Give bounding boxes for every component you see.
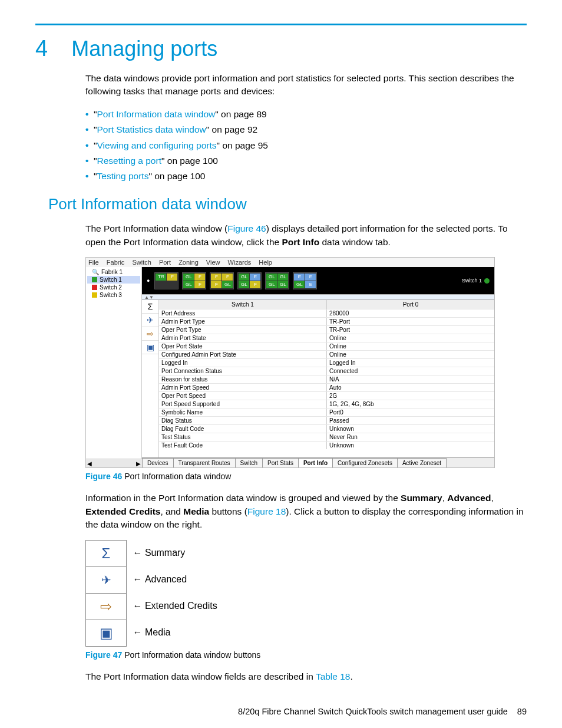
field-name: Oper Port Speed [159, 392, 327, 400]
menu-item[interactable]: Port [159, 259, 171, 266]
port-slot[interactable]: F [194, 281, 205, 288]
button-legend-figure: Σ ✈ ⇨ ▣ Summary Advanced Extended Credit… [35, 540, 527, 647]
figure-ref-link[interactable]: Figure 46 [227, 223, 266, 233]
field-name: Admin Port Type [159, 318, 327, 325]
table-ref-link[interactable]: Table 18 [316, 671, 351, 681]
port-slot[interactable]: GL [277, 274, 288, 281]
tab-port-stats[interactable]: Port Stats [262, 458, 299, 467]
fabric-tree: 🔍Fabrik 1 Switch 1 Switch 2 Switch 3 [86, 267, 142, 459]
figure-caption: Figure 46 Port Information data window [85, 472, 527, 481]
toc-link[interactable]: Port Information data window [97, 109, 216, 119]
toc-item: "Resetting a port" on page 100 [95, 153, 527, 169]
link-list: "Port Information data window" on page 8… [85, 107, 527, 185]
field-value: Never Run [327, 433, 494, 441]
menu-item[interactable]: Fabric [107, 259, 125, 266]
field-name: Port Connection Status [159, 367, 327, 375]
port-slot[interactable]: F [194, 274, 205, 281]
tab-switch[interactable]: Switch [235, 458, 263, 467]
label-summary: Summary [133, 548, 217, 558]
port-slot[interactable]: TR [156, 274, 166, 281]
toc-link[interactable]: Viewing and configuring ports [97, 140, 217, 150]
splitter[interactable]: ▲▼ [142, 294, 494, 300]
port-slot[interactable]: F [211, 281, 222, 288]
field-name: Diag Status [159, 417, 327, 424]
menu-item[interactable]: Zoning [178, 259, 199, 266]
extended-credits-button[interactable]: ⇨ [142, 327, 158, 341]
field-name: Symbolic Name [159, 409, 327, 416]
label-advanced: Advanced [133, 574, 217, 585]
tree-switch[interactable]: Switch 1 [87, 276, 140, 284]
power-icon: ● [147, 278, 150, 284]
toc-link[interactable]: Testing ports [97, 171, 149, 181]
port-slot[interactable]: F [222, 274, 233, 281]
port-slot[interactable]: F [250, 281, 260, 288]
button-labels: Summary Advanced Extended Credits Media [133, 540, 217, 646]
toc-link[interactable]: Resetting a port [97, 156, 161, 166]
app-screenshot: File Fabric Switch Port Zoning View Wiza… [85, 257, 495, 468]
field-value: Online [327, 342, 494, 350]
port-group: GLGLGLGL [265, 272, 289, 289]
media-button[interactable]: ▣ [86, 620, 126, 646]
extended-credits-button[interactable]: ⇨ [86, 594, 126, 620]
summary-button[interactable]: Σ [86, 541, 126, 567]
toc-item: "Port Information data window" on page 8… [95, 107, 527, 122]
chapter-heading: 4 Managing ports [35, 36, 527, 61]
port-info-table: Switch 1 Port 0 Port Address280000Admin … [159, 300, 494, 457]
field-name: Test Status [159, 433, 327, 441]
label-extended-credits: Extended Credits [133, 601, 217, 611]
advanced-button[interactable]: ✈ [142, 314, 158, 327]
port-slot[interactable]: E [305, 274, 316, 281]
summary-button[interactable]: Σ [142, 300, 158, 314]
tab-transparent-routes[interactable]: Transparent Routes [173, 458, 236, 467]
tree-root[interactable]: 🔍Fabrik 1 [87, 268, 140, 276]
paragraph: The Port Information data window fields … [85, 670, 527, 683]
port-slot[interactable]: GL [222, 281, 233, 288]
field-value: TR-Port [327, 326, 494, 334]
tree-switch[interactable]: Switch 3 [87, 291, 140, 299]
table-row: Test StatusNever Run [159, 433, 494, 441]
port-slot[interactable]: GL [277, 281, 288, 288]
page-number: 89 [517, 707, 527, 716]
port-slot[interactable]: E [250, 274, 260, 281]
footer-title: 8/20q Fibre Channel Switch QuickTools sw… [238, 707, 508, 716]
menu-item[interactable]: Help [259, 259, 272, 266]
table-row: Oper Port StateOnline [159, 342, 494, 350]
port-slot[interactable]: GL [294, 281, 305, 288]
h-scrollbar[interactable]: ◀▶ [86, 459, 142, 467]
media-button[interactable]: ▣ [142, 341, 158, 354]
port-slot[interactable]: GL [183, 281, 194, 288]
tab-port-info[interactable]: Port Info [298, 458, 333, 467]
field-value: Online [327, 351, 494, 358]
tab-configured-zonesets[interactable]: Configured Zonesets [332, 458, 398, 467]
port-slot[interactable]: F [167, 274, 177, 281]
field-name: Reason for status [159, 375, 327, 383]
chapter-title: Managing ports [71, 37, 217, 61]
field-value: 1G, 2G, 4G, 8Gb [327, 400, 494, 408]
tab-devices[interactable]: Devices [142, 458, 174, 467]
figure-ref-link[interactable]: Figure 18 [247, 506, 286, 516]
toc-link[interactable]: Port Statistics data window [97, 124, 206, 134]
table-row: Admin Port StateOnline [159, 334, 494, 342]
port-slot[interactable]: GL [239, 274, 249, 281]
port-slot[interactable]: E [305, 281, 316, 288]
port-slot[interactable]: E [294, 274, 305, 281]
menu-item[interactable]: View [206, 259, 220, 266]
port-slot[interactable]: GL [266, 274, 277, 281]
field-value: Unknown [327, 425, 494, 433]
table-row: Port Address280000 [159, 309, 494, 317]
port-slot[interactable]: GL [183, 274, 194, 281]
field-name: Diag Fault Code [159, 425, 327, 433]
port-slot[interactable]: GL [239, 281, 249, 288]
field-value: N/A [327, 375, 494, 383]
port-slot[interactable]: GL [266, 281, 277, 288]
table-row: Symbolic NamePort0 [159, 408, 494, 416]
tree-switch[interactable]: Switch 2 [87, 284, 140, 291]
menu-item[interactable]: Wizards [228, 259, 252, 266]
port-slot[interactable]: F [211, 274, 222, 281]
field-value: 280000 [327, 309, 494, 317]
tab-active-zoneset[interactable]: Active Zoneset [397, 458, 447, 467]
menu-item[interactable]: File [88, 259, 99, 266]
advanced-button[interactable]: ✈ [86, 567, 126, 594]
section-heading: Port Information data window [48, 195, 527, 213]
menu-item[interactable]: Switch [132, 259, 151, 266]
